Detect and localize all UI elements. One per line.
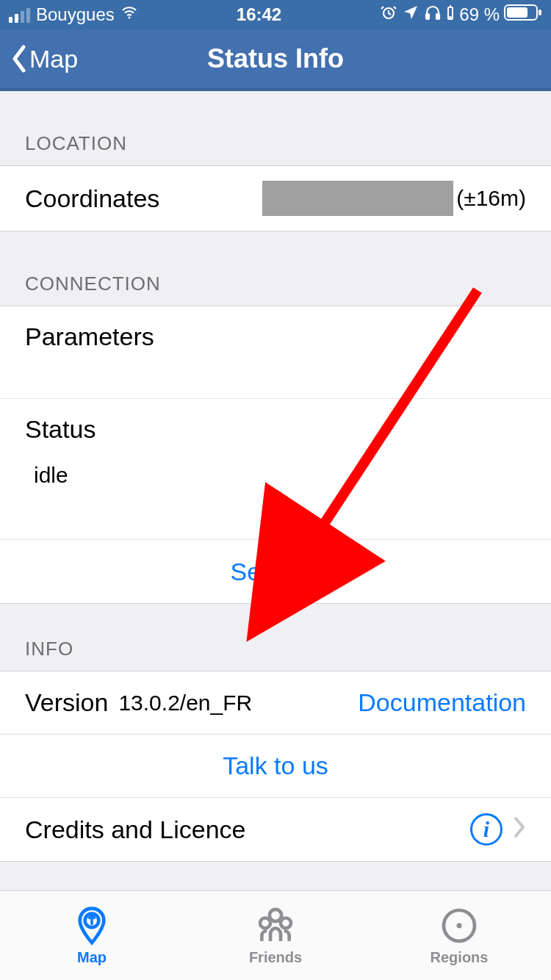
svg-rect-9 bbox=[539, 10, 541, 15]
battery-percentage: 69 % bbox=[459, 4, 500, 25]
status-time: 16:42 bbox=[138, 4, 381, 25]
battery-icon bbox=[504, 4, 542, 26]
section-header-location: LOCATION bbox=[0, 91, 551, 165]
section-connection: Parameters Status idle Settings bbox=[0, 306, 551, 604]
status-value: idle bbox=[25, 463, 68, 488]
credits-label: Credits and Licence bbox=[25, 815, 246, 844]
svg-rect-6 bbox=[450, 16, 452, 18]
parameters-label: Parameters bbox=[25, 323, 154, 351]
system-status-bar: Bouygues 16:42 69 % bbox=[0, 0, 551, 29]
location-arrow-icon bbox=[402, 4, 419, 26]
section-header-info: INFO bbox=[0, 604, 551, 671]
chevron-right-icon bbox=[513, 814, 526, 845]
status-label: Status bbox=[25, 415, 96, 444]
cellular-signal-icon bbox=[9, 7, 30, 23]
tab-regions-label: Regions bbox=[431, 949, 489, 966]
section-location: Coordinates (±16m) bbox=[0, 165, 551, 231]
svg-rect-5 bbox=[450, 5, 451, 7]
row-version: Version 13.0.2/en_FR Documentation bbox=[0, 671, 551, 735]
row-talk-to-us[interactable]: Talk to us bbox=[0, 735, 551, 798]
headphones-icon bbox=[424, 4, 442, 26]
section-info: Version 13.0.2/en_FR Documentation Talk … bbox=[0, 671, 551, 862]
svg-point-11 bbox=[270, 909, 281, 921]
svg-rect-2 bbox=[426, 14, 429, 19]
version-label: Version bbox=[25, 688, 108, 717]
tab-map-label: Map bbox=[77, 949, 107, 966]
svg-rect-3 bbox=[436, 14, 439, 19]
version-value: 13.0.2/en_FR bbox=[118, 691, 252, 716]
row-settings[interactable]: Settings bbox=[0, 540, 551, 603]
tab-map[interactable]: Map bbox=[0, 891, 184, 980]
tab-friends-label: Friends bbox=[249, 949, 302, 966]
coordinates-redacted bbox=[262, 181, 453, 216]
row-coordinates: Coordinates (±16m) bbox=[0, 166, 551, 231]
info-icon: i bbox=[470, 813, 503, 846]
row-parameters: Parameters bbox=[0, 306, 551, 399]
regions-icon bbox=[439, 905, 480, 946]
wifi-icon bbox=[120, 4, 138, 26]
page-title: Status Info bbox=[0, 43, 551, 74]
svg-point-15 bbox=[457, 923, 462, 929]
coordinates-accuracy: (±16m) bbox=[456, 186, 526, 211]
talk-to-us-link[interactable]: Talk to us bbox=[223, 752, 328, 780]
settings-link[interactable]: Settings bbox=[231, 558, 321, 586]
svg-point-13 bbox=[281, 918, 291, 929]
svg-rect-8 bbox=[507, 7, 527, 18]
battery-low-icon bbox=[446, 4, 455, 26]
tab-bar: Map Friends Regions bbox=[0, 890, 551, 980]
back-button[interactable]: Map bbox=[10, 44, 78, 73]
navigation-bar: Map Status Info bbox=[0, 29, 551, 91]
documentation-link[interactable]: Documentation bbox=[358, 688, 526, 717]
svg-point-12 bbox=[260, 918, 270, 929]
coordinates-label: Coordinates bbox=[25, 184, 159, 213]
chevron-left-icon bbox=[10, 44, 28, 73]
svg-point-0 bbox=[128, 17, 130, 19]
row-credits[interactable]: Credits and Licence i bbox=[0, 798, 551, 861]
friends-icon bbox=[255, 905, 296, 946]
row-status: Status idle bbox=[0, 399, 551, 540]
tab-friends[interactable]: Friends bbox=[184, 891, 367, 980]
alarm-icon bbox=[380, 4, 397, 26]
map-pin-icon bbox=[71, 905, 112, 946]
carrier-name: Bouygues bbox=[36, 4, 115, 25]
back-label: Map bbox=[29, 45, 78, 73]
tab-regions[interactable]: Regions bbox=[367, 891, 551, 980]
section-header-connection: CONNECTION bbox=[0, 231, 551, 306]
